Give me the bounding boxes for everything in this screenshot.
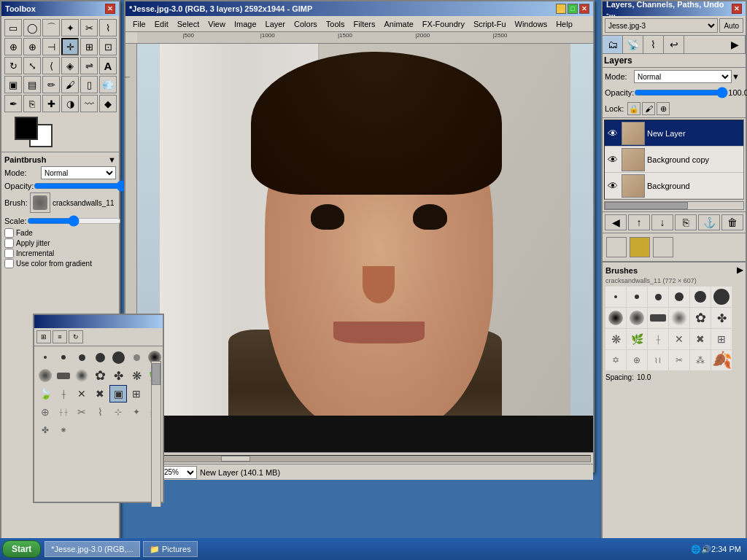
brush-item[interactable]: ✂ [73, 403, 90, 421]
brush-scrollbar[interactable] [151, 361, 161, 507]
brush-cell[interactable] [648, 308, 668, 328]
ink-tool[interactable]: ✒ [4, 95, 22, 112]
brush-item[interactable]: ✕ [73, 385, 90, 402]
flip-tool[interactable]: ⇌ [80, 57, 98, 74]
brush-item[interactable] [55, 349, 72, 366]
lock-paint-button[interactable]: 🖌 [642, 102, 655, 115]
brush-cell[interactable]: ⌇⌇ [648, 350, 668, 370]
collapse-icon[interactable]: ▼ [108, 155, 116, 164]
brush-item[interactable]: ✖ [91, 385, 109, 402]
menu-script-fu[interactable]: Script-Fu [469, 18, 511, 30]
image-canvas[interactable] [137, 44, 593, 452]
brush-cell[interactable]: 🍂 [711, 350, 732, 370]
brush-item[interactable] [73, 349, 90, 366]
brush-cell[interactable] [605, 308, 626, 328]
brush-cell[interactable]: ✡ [605, 350, 626, 370]
scale-slider[interactable] [27, 215, 121, 227]
lasso-tool[interactable]: ⌒ [42, 19, 60, 36]
menu-file[interactable]: File [128, 18, 150, 30]
paths-tool[interactable]: ⌇ [99, 19, 117, 36]
brush-cell[interactable]: ⟊ [648, 329, 668, 349]
menu-animate[interactable]: Animate [379, 18, 417, 30]
scroll-thumb[interactable] [221, 456, 250, 462]
menu-layer[interactable]: Layer [261, 18, 290, 30]
brush-item[interactable]: ✿ [91, 367, 109, 384]
dodge-burn-tool[interactable]: ◑ [61, 95, 79, 112]
taskbar-gimp-item[interactable]: *Jesse.jpg-3.0 (RGB,... [44, 541, 140, 557]
selected-brush-item[interactable]: ▣ [109, 385, 127, 402]
fuzzy-select-tool[interactable]: ✦ [61, 19, 79, 36]
brush-item[interactable] [36, 367, 54, 384]
layer-row-background[interactable]: 👁 Background [605, 173, 743, 199]
zoom-tool[interactable]: ⊕ [23, 38, 41, 55]
brush-item[interactable] [128, 349, 145, 366]
bucket-fill-tool[interactable]: ▣ [4, 76, 22, 93]
menu-select[interactable]: Select [173, 18, 204, 30]
measure-tool[interactable]: ⊣ [42, 38, 60, 55]
scissors-tool[interactable]: ✂ [80, 19, 98, 36]
brush-item[interactable]: ✤ [36, 421, 54, 439]
menu-image[interactable]: Image [230, 18, 261, 30]
layer-visibility-background[interactable]: 👁 [606, 179, 619, 192]
anchor-layer-button[interactable]: ⚓ [698, 214, 720, 230]
brush-item[interactable]: ⊹ [109, 403, 127, 421]
brush-picker-list-view[interactable]: ≡ [53, 330, 67, 343]
tab-layers[interactable]: 🗂 [603, 36, 623, 53]
layer-visibility-new-layer[interactable]: 👁 [606, 127, 619, 140]
file-select-dropdown[interactable]: Jesse.jpg-3 [605, 18, 718, 33]
brush-item[interactable]: ⊞ [128, 385, 145, 402]
toolbox-close-button[interactable]: ✕ [105, 4, 115, 14]
brush-picker-refresh[interactable]: ↻ [69, 330, 83, 343]
brush-cell[interactable] [669, 287, 689, 307]
duplicate-layer-button[interactable]: ⎘ [675, 214, 697, 230]
brush-item[interactable] [73, 367, 90, 384]
delete-layer-button[interactable]: 🗑 [721, 214, 743, 230]
tab-menu[interactable]: ▶ [725, 36, 746, 53]
perspective-tool[interactable]: ◈ [61, 57, 79, 74]
brush-item[interactable]: ✦ [128, 403, 145, 421]
layer-visibility-background-copy[interactable]: 👁 [606, 153, 619, 166]
brush-item[interactable]: ⊕ [36, 403, 54, 421]
brush-cell[interactable]: ⊕ [627, 350, 647, 370]
layers-opacity-slider[interactable] [634, 87, 728, 98]
menu-colors[interactable]: Colors [290, 18, 322, 30]
tab-channels[interactable]: 📡 [623, 36, 643, 53]
scale-tool[interactable]: ⤡ [23, 57, 41, 74]
blend-tool[interactable]: ▤ [23, 76, 41, 93]
brush-cell[interactable] [627, 287, 647, 307]
zoom-select[interactable]: 25% [160, 466, 197, 479]
heal-tool[interactable]: ✚ [42, 95, 60, 112]
clone-tool[interactable]: ⎘ [23, 95, 41, 112]
auto-button[interactable]: Auto [719, 18, 743, 33]
swatch-3[interactable] [653, 237, 673, 257]
tab-paths[interactable]: ⌇ [643, 36, 664, 53]
color-picker-tool[interactable]: ⊕ [4, 38, 22, 55]
brush-preview[interactable] [30, 192, 50, 213]
brush-item[interactable] [55, 367, 72, 384]
brush-cell[interactable]: ✿ [690, 308, 711, 328]
brush-item[interactable]: ⌇ [91, 403, 109, 421]
brush-cell[interactable]: ⁂ [690, 350, 711, 370]
brush-item[interactable]: ⟊ [55, 385, 72, 402]
raise-layer-button[interactable]: ↑ [628, 214, 650, 230]
brush-cell[interactable]: ✂ [669, 350, 689, 370]
swatch-1[interactable] [606, 237, 627, 257]
minimize-button[interactable]: _ [556, 4, 566, 14]
brush-picker-grid-view[interactable]: ⊞ [36, 330, 51, 343]
crop-tool[interactable]: ⊡ [99, 38, 117, 55]
airbrush-tool[interactable]: 💨 [99, 76, 117, 93]
horizontal-scrollbar[interactable] [125, 452, 593, 464]
brush-cell[interactable] [605, 287, 626, 307]
brushes-collapse[interactable]: ▶ [737, 265, 743, 275]
use-color-checkbox[interactable] [4, 259, 14, 268]
brush-cell[interactable] [669, 308, 689, 328]
brush-item[interactable]: ⟊⟊ [55, 403, 72, 421]
apply-jitter-checkbox[interactable] [4, 238, 14, 248]
sharpen-tool[interactable]: ◆ [99, 95, 117, 112]
layer-row-background-copy[interactable]: 👁 Background copy [605, 147, 743, 173]
brush-scroll-thumb[interactable] [152, 363, 160, 385]
brush-cell[interactable] [690, 287, 711, 307]
lower-layer-button[interactable]: ↓ [651, 214, 673, 230]
layer-row-new-layer[interactable]: 👁 New Layer [605, 120, 743, 147]
brush-cell[interactable] [711, 287, 732, 307]
